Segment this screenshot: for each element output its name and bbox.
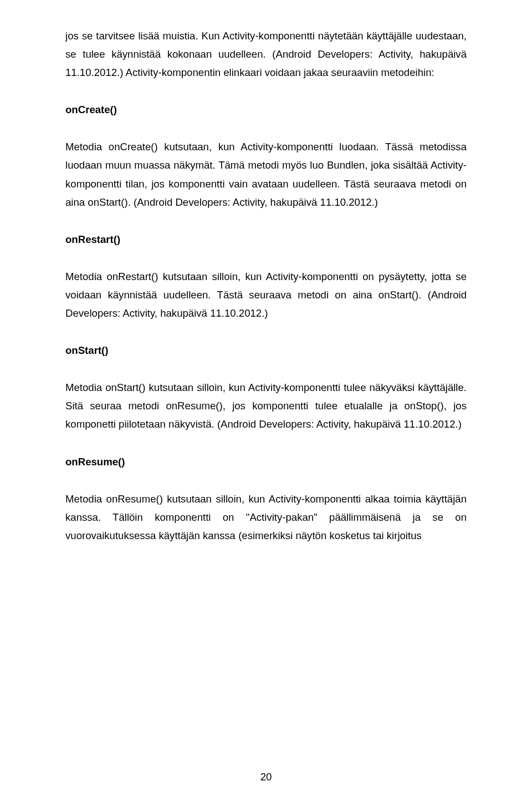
heading-oncreate: onCreate() — [65, 100, 467, 119]
paragraph-intro: jos se tarvitsee lisää muistia. Kun Acti… — [65, 27, 467, 82]
paragraph-onstart: Metodia onStart() kutsutaan silloin, kun… — [65, 378, 467, 433]
document-page: jos se tarvitsee lisää muistia. Kun Acti… — [0, 0, 532, 802]
paragraph-onresume: Metodia onResume() kutsutaan silloin, ku… — [65, 490, 467, 545]
paragraph-oncreate: Metodia onCreate() kutsutaan, kun Activi… — [65, 138, 467, 211]
paragraph-onrestart: Metodia onRestart() kutsutaan silloin, k… — [65, 267, 467, 322]
heading-onrestart: onRestart() — [65, 230, 467, 248]
heading-onstart: onStart() — [65, 341, 467, 359]
page-number: 20 — [0, 771, 532, 783]
heading-onresume: onResume() — [65, 453, 467, 471]
